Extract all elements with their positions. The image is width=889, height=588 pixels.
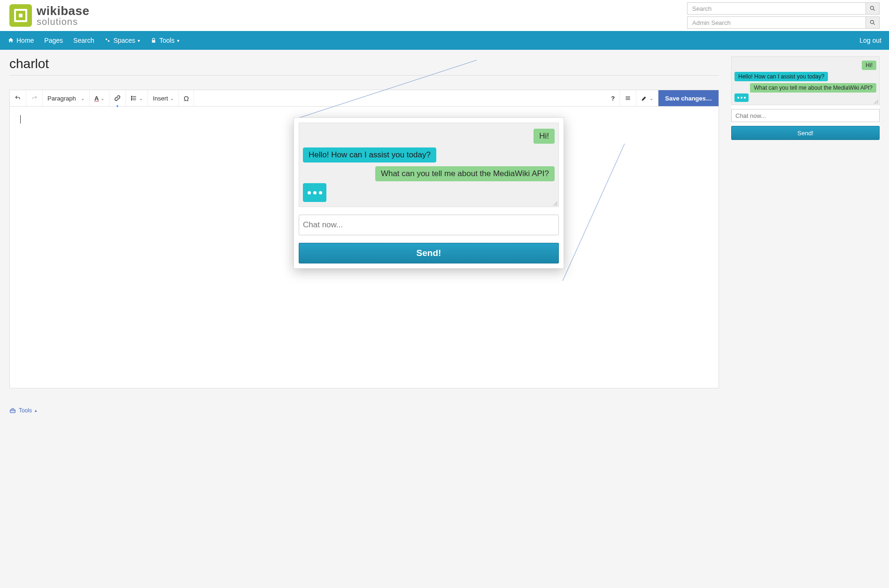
nav-search-label: Search xyxy=(73,37,94,44)
undo-icon xyxy=(15,95,21,101)
chevron-down-icon: ⌄ xyxy=(81,96,85,101)
paragraph-select-label: Paragraph xyxy=(47,95,76,102)
chat-log-zoom: Hi! Hello! How can I assist you today? W… xyxy=(299,123,559,207)
paragraph-select[interactable]: Paragraph ⌄ xyxy=(43,90,90,106)
svg-line-3 xyxy=(874,23,875,25)
nav-tools-label: Tools xyxy=(159,37,175,44)
style-button[interactable]: A ⌄ xyxy=(90,90,109,106)
redo-icon xyxy=(31,95,38,101)
undo-button[interactable] xyxy=(10,90,26,106)
logo-line2: solutions xyxy=(37,17,89,26)
admin-search-button[interactable] xyxy=(866,16,880,29)
chevron-down-icon: ⌄ xyxy=(139,96,143,101)
link-icon xyxy=(114,95,121,101)
nav-spaces[interactable]: Spaces ▾ xyxy=(104,37,140,44)
search-stack xyxy=(687,2,880,29)
editor-toolbar: Paragraph ⌄ A ⌄ ⌄ Insert ⌄ xyxy=(9,90,719,107)
svg-point-4 xyxy=(106,39,108,40)
header: wikibase solutions xyxy=(0,0,889,31)
chat-log: Hi! Hello! How can I assist you today? W… xyxy=(731,56,880,105)
svg-point-12 xyxy=(131,100,132,101)
resize-handle-icon[interactable] xyxy=(874,99,878,104)
insert-button[interactable]: Insert ⌄ xyxy=(148,90,179,106)
search-icon xyxy=(869,19,876,26)
chat-msg-user: What can you tell me about the MediaWiki… xyxy=(375,166,555,181)
chat-msg-bot: Hello! How can I assist you today? xyxy=(734,72,828,81)
logo[interactable]: wikibase solutions xyxy=(9,4,89,27)
edit-mode-button[interactable]: ⌄ xyxy=(636,90,658,106)
nav-search[interactable]: Search xyxy=(73,37,94,44)
svg-point-2 xyxy=(870,20,874,23)
footer-tools[interactable]: Tools ▴ xyxy=(0,404,889,417)
svg-rect-18 xyxy=(10,410,15,412)
nav-pages[interactable]: Pages xyxy=(44,37,63,44)
nav-pages-label: Pages xyxy=(44,37,63,44)
menu-button[interactable] xyxy=(620,90,636,106)
svg-point-0 xyxy=(870,6,874,9)
chat-input[interactable] xyxy=(731,109,880,122)
search-input[interactable] xyxy=(687,2,866,15)
help-button[interactable]: ? xyxy=(606,90,620,106)
hamburger-icon xyxy=(625,95,631,101)
chat-popup: Hi! Hello! How can I assist you today? W… xyxy=(294,117,564,269)
chat-input-zoom[interactable] xyxy=(299,215,559,235)
svg-point-5 xyxy=(108,40,110,42)
page-title: charlot xyxy=(9,56,719,76)
admin-search-input[interactable] xyxy=(687,16,866,29)
navbar: Home Pages Search Spaces ▾ Tools ▾ Log o… xyxy=(0,31,889,50)
typing-indicator-icon xyxy=(303,183,326,202)
chat-msg-user: Hi! xyxy=(862,61,876,70)
nav-tools[interactable]: Tools ▾ xyxy=(150,37,179,44)
help-icon: ? xyxy=(611,95,615,102)
nav-logout[interactable]: Log out xyxy=(859,37,881,44)
svg-point-10 xyxy=(131,96,132,97)
footer-tools-label: Tools xyxy=(19,407,32,414)
redo-button[interactable] xyxy=(26,90,43,106)
search-icon xyxy=(869,5,876,12)
svg-line-1 xyxy=(874,9,875,11)
text-cursor-icon xyxy=(20,115,21,124)
nav-spaces-label: Spaces xyxy=(113,37,135,44)
chevron-down-icon: ⌄ xyxy=(649,96,653,101)
resize-handle-icon[interactable] xyxy=(553,201,557,206)
list-icon xyxy=(131,95,137,101)
chevron-down-icon: ⌄ xyxy=(170,96,174,101)
caret-up-icon: ▴ xyxy=(35,408,37,413)
chat-sidebar: Hi! Hello! How can I assist you today? W… xyxy=(731,56,880,140)
chat-msg-user: Hi! xyxy=(533,129,555,144)
chat-msg-bot: Hello! How can I assist you today? xyxy=(303,147,436,162)
logo-line1: wikibase xyxy=(37,5,89,17)
save-changes-button[interactable]: Save changes… xyxy=(658,90,719,106)
logo-mark-icon xyxy=(9,4,32,27)
pencil-icon xyxy=(641,95,648,101)
nav-home[interactable]: Home xyxy=(8,37,34,44)
insert-label: Insert xyxy=(153,95,168,102)
chevron-down-icon: ⌄ xyxy=(100,96,104,101)
svg-point-11 xyxy=(131,98,132,99)
chat-send-button-zoom[interactable]: Send! xyxy=(299,243,559,263)
search-button[interactable] xyxy=(866,2,880,15)
toolbox-icon xyxy=(9,407,16,414)
nav-home-label: Home xyxy=(16,37,34,44)
indicator-dot-icon xyxy=(116,104,119,108)
chat-msg-user: What can you tell me about the MediaWiki… xyxy=(750,83,876,93)
caret-down-icon: ▾ xyxy=(177,38,179,43)
omega-icon: Ω xyxy=(184,94,189,102)
typing-indicator-icon xyxy=(734,93,749,102)
home-icon xyxy=(8,37,14,44)
lock-icon xyxy=(150,37,157,44)
chat-send-button[interactable]: Send! xyxy=(731,126,880,140)
svg-rect-6 xyxy=(152,40,155,42)
link-button[interactable] xyxy=(109,90,126,106)
caret-down-icon: ▾ xyxy=(138,38,140,43)
text-style-icon: A xyxy=(94,95,99,102)
special-char-button[interactable]: Ω xyxy=(179,90,194,106)
gears-icon xyxy=(104,37,111,44)
logo-text: wikibase solutions xyxy=(37,5,89,26)
list-button[interactable]: ⌄ xyxy=(126,90,148,106)
